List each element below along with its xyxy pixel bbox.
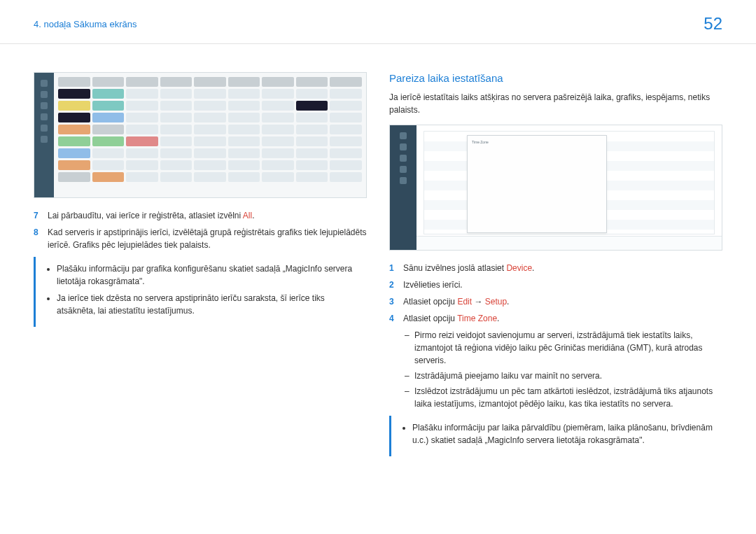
step-1: 1 Sānu izvēlnes joslā atlasiet Device. — [389, 262, 722, 274]
nav-icon — [41, 136, 48, 143]
dialog-footer — [416, 236, 722, 250]
right-steps: 1 Sānu izvēlnes joslā atlasiet Device. 2… — [389, 262, 722, 325]
chapter-label: 4. nodaļa Sākuma ekrāns — [34, 19, 136, 29]
section-heading-time: Pareiza laika iestatīšana — [389, 72, 722, 84]
content-body: 7 Lai pārbaudītu, vai ierīce ir reģistrē… — [0, 44, 756, 490]
step-number: 2 — [389, 279, 398, 291]
step-4: 4 Atlasiet opciju Time Zone. — [389, 312, 722, 325]
callout-item: Ja ierīce tiek dzēsta no servera apstipr… — [57, 292, 360, 317]
text-segment: . — [532, 263, 534, 273]
step-text: Izvēlieties ierīci. — [403, 279, 463, 291]
screenshot-time-dialog: Time Zone — [389, 125, 722, 251]
text-segment: . — [252, 211, 254, 220]
page-number: 52 — [704, 14, 722, 34]
highlight-device: Device — [506, 263, 532, 273]
step-2: 2 Izvēlieties ierīci. — [389, 279, 722, 291]
text-segment: Sānu izvēlnes joslā atlasiet — [403, 263, 506, 273]
nav-icon — [400, 177, 407, 184]
left-column: 7 Lai pārbaudītu, vai ierīce ir reģistrē… — [34, 72, 367, 462]
step-number: 7 — [34, 209, 42, 222]
callout-item: Plašāku informāciju par laika pārvaldību… — [412, 421, 715, 447]
sub-note: Izslēdzot izstrādājumu un pēc tam atkārt… — [405, 385, 722, 410]
step-text: Kad serveris ir apstiprinājis ierīci, iz… — [48, 226, 367, 251]
step-3: 3 Atlasiet opciju Edit → Setup. — [389, 295, 722, 308]
arrow-icon: → — [472, 297, 485, 307]
screenshot-device-grid — [34, 72, 367, 198]
highlight-edit: Edit — [457, 297, 472, 307]
screenshot-grid — [54, 73, 366, 197]
info-callout-right: Plašāku informāciju par laika pārvaldību… — [389, 416, 722, 456]
text-segment: Atlasiet opciju — [403, 297, 457, 307]
right-column: Pareiza laika iestatīšana Ja ierīcē iest… — [389, 72, 722, 462]
text-segment: Atlasiet opciju — [403, 314, 457, 323]
step-number: 3 — [389, 295, 398, 308]
nav-icon — [41, 113, 48, 120]
sub-note: Pirmo reizi veidojot savienojumu ar serv… — [405, 329, 722, 367]
step-text: Atlasiet opciju Edit → Setup. — [403, 295, 509, 308]
text-segment: Lai pārbaudītu, vai ierīce ir reģistrēta… — [48, 211, 243, 220]
highlight-all: All — [243, 211, 252, 220]
step-text: Sānu izvēlnes joslā atlasiet Device. — [403, 262, 534, 274]
sub-notes: Pirmo reizi veidojot savienojumu ar serv… — [389, 329, 722, 410]
sub-note: Izstrādājumā pieejamo laiku var mainīt n… — [405, 370, 722, 382]
nav-icon — [41, 102, 48, 109]
step-text: Lai pārbaudītu, vai ierīce ir reģistrēta… — [48, 209, 255, 222]
step-number: 4 — [389, 312, 398, 325]
dialog-modal: Time Zone — [467, 135, 607, 233]
step-number: 1 — [389, 262, 398, 274]
screenshot-nav-sidebar — [34, 73, 54, 197]
nav-icon — [400, 132, 407, 139]
step-text: Atlasiet opciju Time Zone. — [403, 312, 499, 325]
info-callout-left: Plašāku informāciju par grafika konfigur… — [34, 257, 367, 327]
page-header: 4. nodaļa Sākuma ekrāns 52 — [0, 0, 756, 44]
section-intro: Ja ierīcē iestatītais laiks atšķiras no … — [389, 91, 722, 116]
nav-icon — [400, 166, 407, 173]
nav-icon — [41, 125, 48, 132]
highlight-setup: Setup — [485, 297, 507, 307]
left-steps: 7 Lai pārbaudītu, vai ierīce ir reģistrē… — [34, 209, 367, 251]
step-7: 7 Lai pārbaudītu, vai ierīce ir reģistrē… — [34, 209, 367, 222]
step-8: 8 Kad serveris ir apstiprinājis ierīci, … — [34, 226, 367, 251]
nav-icon — [400, 143, 407, 150]
dialog-body: Time Zone — [416, 125, 722, 250]
nav-icon — [400, 155, 407, 162]
text-segment: . — [507, 297, 509, 307]
text-segment: . — [497, 314, 499, 323]
step-number: 8 — [34, 226, 42, 251]
highlight-timezone: Time Zone — [457, 314, 497, 323]
nav-icon — [41, 91, 48, 98]
dialog-nav-sidebar — [390, 125, 416, 250]
callout-item: Plašāku informāciju par grafika konfigur… — [57, 262, 360, 288]
nav-icon — [41, 80, 48, 87]
